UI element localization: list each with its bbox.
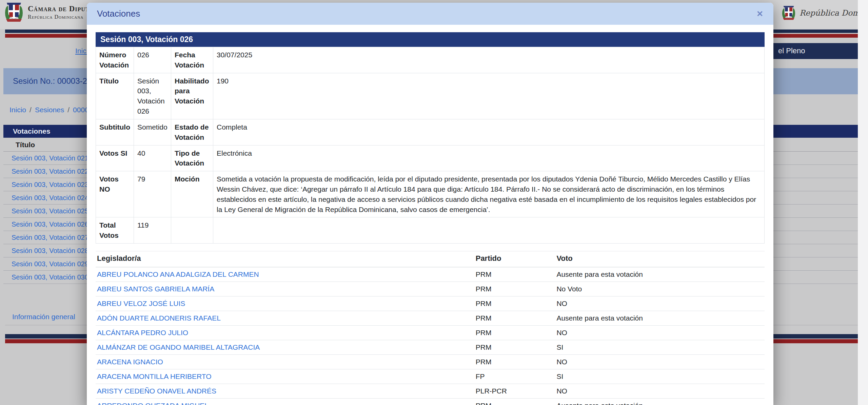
legislator-party: PRM — [474, 311, 555, 326]
legislator-vote: Ausente para esta votación — [555, 267, 765, 282]
votacion-link[interactable]: Sesión 003, Votación 028 — [12, 247, 88, 255]
votacion-link[interactable]: Sesión 003, Votación 029 — [12, 260, 88, 268]
column-partido: Partido — [474, 251, 555, 267]
legislator-row: ARACENA MONTILLA HERIBERTO FP SI — [96, 369, 765, 384]
legislator-party: PRM — [474, 267, 555, 282]
detail-value-left: Sesión 003, Votación 026 — [134, 73, 171, 119]
detail-label-right: Moción — [171, 171, 213, 217]
votacion-link[interactable]: Sesión 003, Votación 025 — [12, 207, 88, 215]
modal-title: Votaciones — [97, 8, 140, 19]
vote-detail-row: Número Votación 026 Fecha Votación 30/07… — [96, 47, 765, 73]
votacion-link[interactable]: Sesión 003, Votación 030 — [12, 273, 88, 281]
legislator-link[interactable]: ADÓN DUARTE ALDONERIS RAFAEL — [97, 314, 221, 322]
legislator-link[interactable]: ABREU SANTOS GABRIELA MARÍA — [97, 285, 214, 293]
votaciones-list-header-label: Votaciones — [13, 127, 50, 135]
vote-detail-header: Sesión 003, Votación 026 — [96, 32, 765, 47]
legislator-vote: SI — [555, 369, 765, 384]
vote-detail-row: Subtitulo Sometido Estado de Votación Co… — [96, 119, 765, 145]
detail-value-right: 30/07/2025 — [213, 47, 765, 73]
legislator-party: PRM — [474, 399, 555, 405]
legislator-party: PRM — [474, 340, 555, 355]
legislator-row: ABREU POLANCO ANA ADALGIZA DEL CARMEN PR… — [96, 267, 765, 282]
detail-value-left: 40 — [134, 145, 171, 171]
breadcrumb: Inicio / Sesiones / 0000 — [9, 106, 89, 114]
votacion-link[interactable]: Sesión 003, Votación 021 — [12, 154, 88, 162]
breadcrumb-separator: / — [29, 106, 32, 114]
coat-of-arms-icon — [782, 5, 795, 20]
votacion-link[interactable]: Sesión 003, Votación 023 — [12, 181, 88, 189]
detail-label-right: Estado de Votación — [171, 119, 213, 145]
detail-value-right: Electrónica — [213, 145, 765, 171]
legislator-link[interactable]: ALCÁNTARA PEDRO JULIO — [97, 329, 188, 336]
tab-informacion-general[interactable]: Información general — [12, 313, 75, 321]
legislator-link[interactable]: ABREU POLANCO ANA ADALGIZA DEL CARMEN — [97, 270, 259, 278]
modal-body: Sesión 003, Votación 026 Número Votación… — [87, 25, 773, 405]
breadcrumb-separator: / — [67, 106, 70, 114]
legislator-vote: No Voto — [555, 282, 765, 296]
detail-label-left: Votos SI — [96, 145, 134, 171]
legislator-link[interactable]: ARREDONDO QUEZADA MIGUEL — [97, 402, 209, 405]
detail-label-right — [171, 217, 213, 244]
vote-detail-table: Número Votación 026 Fecha Votación 30/07… — [96, 47, 765, 244]
screen: Cámara de Diputados República Dominicana… — [0, 0, 868, 405]
detail-value-left: 119 — [134, 217, 171, 244]
legislators-table: Legislador/a Partido Voto ABREU POLANCO … — [96, 251, 765, 405]
legislator-party: PRM — [474, 326, 555, 340]
legislator-party: FP — [474, 369, 555, 384]
legislator-row: ARISTY CEDEÑO ONAVEL ANDRÉS PLR-PCR NO — [96, 384, 765, 399]
detail-label-left: Número Votación — [96, 47, 134, 73]
detail-value-right: 190 — [213, 73, 765, 119]
legislator-link[interactable]: ABREU VELOZ JOSÉ LUIS — [97, 300, 185, 307]
legislator-link[interactable]: ALMÁNZAR DE OGANDO MARIBEL ALTAGRACIA — [97, 343, 260, 351]
nav-item-active-label: el Pleno — [778, 46, 805, 55]
vote-detail-row: Votos NO 79 Moción Sometida a votación l… — [96, 171, 765, 217]
legislators-header-row: Legislador/a Partido Voto — [96, 251, 765, 267]
votacion-link[interactable]: Sesión 003, Votación 027 — [12, 234, 88, 242]
votaciones-modal: Votaciones ✕ Sesión 003, Votación 026 Nú… — [87, 3, 773, 405]
vote-detail-row: Total Votos 119 — [96, 217, 765, 244]
legislator-vote: NO — [555, 326, 765, 340]
breadcrumb-sesiones[interactable]: Sesiones — [35, 106, 64, 114]
detail-label-right: Tipo de Votación — [171, 145, 213, 171]
votaciones-list-column-label: Título — [16, 141, 35, 149]
legislator-row: ABREU VELOZ JOSÉ LUIS PRM NO — [96, 296, 765, 311]
legislator-vote: Ausente para esta votación — [555, 399, 765, 405]
detail-label-left: Votos NO — [96, 171, 134, 217]
brand-right: República Dominicana — [782, 5, 868, 20]
breadcrumb-session-number[interactable]: 0000 — [73, 106, 89, 114]
legislator-vote: NO — [555, 355, 765, 369]
page-right-gutter — [858, 0, 868, 405]
detail-label-left: Título — [96, 73, 134, 119]
legislator-row: ARACENA IGNACIO PRM NO — [96, 355, 765, 369]
vote-detail-row: Votos SI 40 Tipo de Votación Electrónica — [96, 145, 765, 171]
votacion-link[interactable]: Sesión 003, Votación 026 — [12, 220, 88, 228]
legislator-row: ABREU SANTOS GABRIELA MARÍA PRM No Voto — [96, 282, 765, 296]
detail-value-right: Sometida a votación la propuesta de modi… — [213, 171, 765, 217]
detail-value-left: Sometido — [134, 119, 171, 145]
detail-value-right: Completa — [213, 119, 765, 145]
detail-label-left: Total Votos — [96, 217, 134, 244]
legislator-vote: NO — [555, 384, 765, 399]
detail-value-right — [213, 217, 765, 244]
legislator-vote: NO — [555, 296, 765, 311]
detail-value-left: 026 — [134, 47, 171, 73]
detail-label-right: Fecha Votación — [171, 47, 213, 73]
legislator-link[interactable]: ARACENA MONTILLA HERIBERTO — [97, 372, 212, 380]
legislator-vote: Ausente para esta votación — [555, 311, 765, 326]
vote-detail-row: Título Sesión 003, Votación 026 Habilita… — [96, 73, 765, 119]
votacion-link[interactable]: Sesión 003, Votación 022 — [12, 168, 88, 175]
close-icon[interactable]: ✕ — [756, 10, 763, 18]
legislator-link[interactable]: ARACENA IGNACIO — [97, 358, 163, 366]
legislator-vote: SI — [555, 340, 765, 355]
column-legislador: Legislador/a — [96, 251, 474, 267]
legislator-row: ALMÁNZAR DE OGANDO MARIBEL ALTAGRACIA PR… — [96, 340, 765, 355]
modal-header: Votaciones ✕ — [87, 3, 773, 25]
legislator-row: ARREDONDO QUEZADA MIGUEL PRM Ausente par… — [96, 399, 765, 405]
legislator-party: PRM — [474, 282, 555, 296]
legislator-party: PRM — [474, 296, 555, 311]
legislator-link[interactable]: ARISTY CEDEÑO ONAVEL ANDRÉS — [97, 387, 216, 395]
detail-value-left: 79 — [134, 171, 171, 217]
column-voto: Voto — [555, 251, 765, 267]
votacion-link[interactable]: Sesión 003, Votación 024 — [12, 194, 88, 202]
breadcrumb-inicio[interactable]: Inicio — [9, 106, 26, 114]
